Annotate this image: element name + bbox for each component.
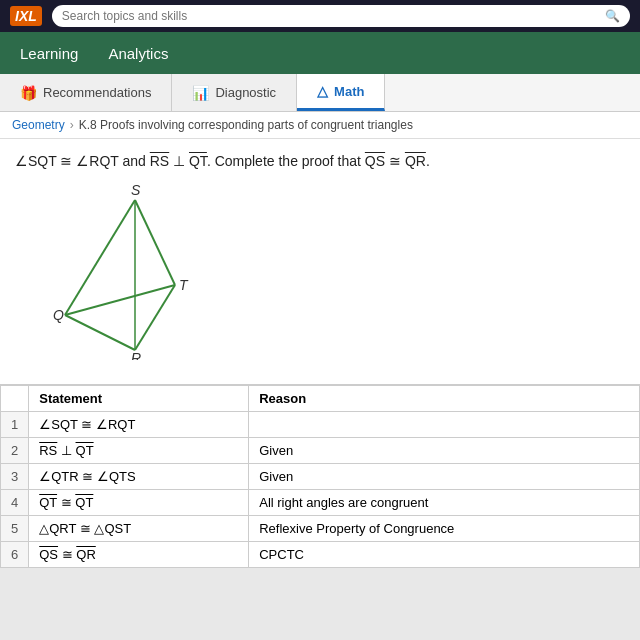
search-icon: 🔍 — [605, 9, 620, 23]
search-bar[interactable]: 🔍 — [52, 5, 630, 27]
reason-5: Reflexive Property of Congruence — [249, 516, 640, 542]
col-num-header — [1, 386, 29, 412]
tabs-bar: 🎁 Recommendations 📊 Diagnostic △ Math — [0, 74, 640, 112]
col-reason-header: Reason — [249, 386, 640, 412]
tab-recommendations-label: Recommendations — [43, 85, 151, 100]
problem-text: ∠SQT ≅ ∠RQT and RS ⊥ QT. Complete the pr… — [15, 151, 625, 172]
table-row: 3 ∠QTR ≅ ∠QTS Given — [1, 464, 640, 490]
table-row: 5 △QRT ≅ △QST Reflexive Property of Cong… — [1, 516, 640, 542]
reason-2: Given — [249, 438, 640, 464]
triangle-svg: S Q T R — [35, 185, 235, 360]
reason-1 — [249, 412, 640, 438]
breadcrumb-subject[interactable]: Geometry — [12, 118, 65, 132]
reason-6: CPCTC — [249, 542, 640, 568]
stmt-2: RS ⊥ QT — [29, 438, 249, 464]
proof-table: Statement Reason 1 ∠SQT ≅ ∠RQT 2 RS ⊥ QT… — [0, 385, 640, 568]
reason-4: All right angles are congruent — [249, 490, 640, 516]
col-statement-header: Statement — [29, 386, 249, 412]
triangle-diagram: S Q T R — [35, 182, 625, 362]
table-row: 6 QS ≅ QR CPCTC — [1, 542, 640, 568]
tab-recommendations[interactable]: 🎁 Recommendations — [0, 74, 172, 111]
main-content: ∠SQT ≅ ∠RQT and RS ⊥ QT. Complete the pr… — [0, 139, 640, 385]
tab-diagnostic-label: Diagnostic — [215, 85, 276, 100]
table-row: 4 QT ≅ QT All right angles are congruent — [1, 490, 640, 516]
table-row: 1 ∠SQT ≅ ∠RQT — [1, 412, 640, 438]
row-num-5: 5 — [1, 516, 29, 542]
svg-text:R: R — [131, 350, 141, 360]
stmt-3: ∠QTR ≅ ∠QTS — [29, 464, 249, 490]
reason-3: Given — [249, 464, 640, 490]
row-num-3: 3 — [1, 464, 29, 490]
tab-diagnostic[interactable]: 📊 Diagnostic — [172, 74, 297, 111]
row-num-2: 2 — [1, 438, 29, 464]
top-bar: IXL 🔍 — [0, 0, 640, 32]
breadcrumb-topic: K.8 Proofs involving corresponding parts… — [79, 118, 413, 132]
proof-section: Statement Reason 1 ∠SQT ≅ ∠RQT 2 RS ⊥ QT… — [0, 385, 640, 568]
table-row: 2 RS ⊥ QT Given — [1, 438, 640, 464]
row-num-4: 4 — [1, 490, 29, 516]
svg-text:Q: Q — [53, 307, 64, 323]
svg-text:S: S — [131, 185, 141, 198]
stmt-1: ∠SQT ≅ ∠RQT — [29, 412, 249, 438]
tab-math[interactable]: △ Math — [297, 74, 385, 111]
row-num-1: 1 — [1, 412, 29, 438]
breadcrumb-separator: › — [70, 118, 74, 132]
nav-analytics[interactable]: Analytics — [103, 35, 173, 72]
svg-line-3 — [65, 315, 135, 350]
stmt-4: QT ≅ QT — [29, 490, 249, 516]
nav-learning[interactable]: Learning — [15, 35, 83, 72]
ixl-logo: IXL — [10, 6, 42, 26]
stmt-6: QS ≅ QR — [29, 542, 249, 568]
diagnostic-icon: 📊 — [192, 85, 209, 101]
svg-line-2 — [135, 200, 175, 285]
stmt-5: △QRT ≅ △QST — [29, 516, 249, 542]
recommendations-icon: 🎁 — [20, 85, 37, 101]
nav-bar: Learning Analytics — [0, 32, 640, 74]
math-icon: △ — [317, 83, 328, 99]
row-num-6: 6 — [1, 542, 29, 568]
search-input[interactable] — [62, 9, 600, 23]
tab-math-label: Math — [334, 84, 364, 99]
breadcrumb: Geometry › K.8 Proofs involving correspo… — [0, 112, 640, 139]
svg-text:T: T — [179, 277, 189, 293]
